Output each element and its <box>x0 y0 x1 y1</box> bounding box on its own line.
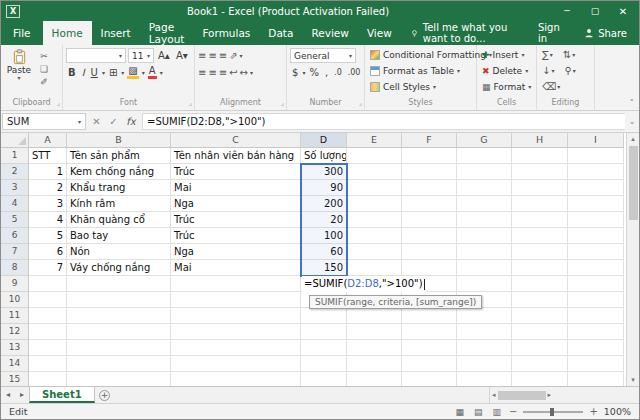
cancel-formula-button[interactable]: ✕ <box>88 116 105 127</box>
sort-filter-button[interactable]: ⇅▾ <box>563 49 575 61</box>
row-header-13[interactable]: 13 <box>1 340 29 356</box>
sheet-tab-sheet1[interactable]: Sheet1 <box>29 387 95 403</box>
cell-H6[interactable] <box>512 228 568 244</box>
cell-B3[interactable]: Khẩu trang <box>67 180 171 196</box>
cell-C11[interactable] <box>171 308 301 324</box>
horizontal-scrollbar[interactable]: ◂ ▸ <box>489 387 639 403</box>
cell-D2[interactable]: 300 <box>301 164 347 180</box>
decrease-decimal-button[interactable]: .00 <box>346 67 363 79</box>
cell-G6[interactable] <box>457 228 512 244</box>
format-painter-button[interactable]: ✐ <box>36 77 52 87</box>
cell-H7[interactable] <box>512 244 568 260</box>
zoom-slider-thumb[interactable] <box>550 408 554 416</box>
cell-D4[interactable]: 200 <box>301 196 347 212</box>
cell-H10[interactable] <box>512 292 568 308</box>
cell-H13[interactable] <box>512 340 568 356</box>
wrap-text-button[interactable]: ↩ <box>229 67 237 79</box>
cell-C3[interactable]: Mai <box>171 180 301 196</box>
accounting-format-button[interactable]: $ <box>290 67 300 79</box>
cell-D7[interactable]: 60 <box>301 244 347 260</box>
cell-I11[interactable] <box>568 308 624 324</box>
copy-button[interactable]: ❏ <box>36 64 52 74</box>
row-header-6[interactable]: 6 <box>1 228 29 244</box>
cell-G9[interactable] <box>457 276 512 292</box>
cell-G12[interactable] <box>457 324 512 340</box>
name-box-dropdown-icon[interactable]: ▾ <box>78 119 81 125</box>
row-header-3[interactable]: 3 <box>1 180 29 196</box>
cell-H14[interactable] <box>512 356 568 372</box>
cell-G14[interactable] <box>457 356 512 372</box>
cell-C10[interactable] <box>171 292 301 308</box>
column-header-C[interactable]: C <box>171 133 301 148</box>
fill-button[interactable]: ↓▾ <box>542 65 554 77</box>
cell-E5[interactable] <box>347 212 402 228</box>
borders-button[interactable]: ⊞ <box>107 67 119 79</box>
tab-insert[interactable]: Insert <box>92 21 140 45</box>
cell-I4[interactable] <box>568 196 624 212</box>
column-header-I[interactable]: I <box>568 133 624 148</box>
row-header-5[interactable]: 5 <box>1 212 29 228</box>
cell-B14[interactable] <box>67 356 171 372</box>
cell-C14[interactable] <box>171 356 301 372</box>
column-header-H[interactable]: H <box>512 133 568 148</box>
cell-E4[interactable] <box>347 196 402 212</box>
cell-H15[interactable] <box>512 372 568 386</box>
normal-view-button[interactable]: ▦ <box>454 407 467 417</box>
cell-E8[interactable] <box>347 260 402 276</box>
column-header-G[interactable]: G <box>457 133 512 148</box>
cell-B5[interactable]: Khăn quàng cổ <box>67 212 171 228</box>
cell-I14[interactable] <box>568 356 624 372</box>
zoom-slider[interactable] <box>523 411 583 413</box>
column-header-E[interactable]: E <box>347 133 402 148</box>
cell-C5[interactable]: Trúc <box>171 212 301 228</box>
conditional-formatting-button[interactable]: Conditional Formatting▾ <box>368 47 473 63</box>
cell-H8[interactable] <box>512 260 568 276</box>
restore-button[interactable]: ▢ <box>584 6 606 16</box>
cell-C8[interactable]: Mai <box>171 260 301 276</box>
cell-G8[interactable] <box>457 260 512 276</box>
cell-B9[interactable] <box>67 276 171 292</box>
cell-E15[interactable] <box>347 372 402 386</box>
cell-C15[interactable] <box>171 372 301 386</box>
font-size-dropdown-icon[interactable]: ▾ <box>147 53 150 59</box>
font-dialog-launcher[interactable]: ⌟ <box>189 97 192 109</box>
align-top-button[interactable]: ≡ <box>198 50 206 62</box>
align-bottom-button[interactable]: ≡ <box>219 50 227 62</box>
active-cell-editor[interactable]: =SUMIF(D2:D8,">100") <box>302 276 427 292</box>
orientation-button[interactable]: ⇗ <box>229 50 237 62</box>
delete-cells-button[interactable]: ✖Delete▾ <box>480 63 533 79</box>
cell-I8[interactable] <box>568 260 624 276</box>
number-format-dropdown-icon[interactable]: ▾ <box>349 53 352 59</box>
row-header-2[interactable]: 2 <box>1 164 29 180</box>
row-header-10[interactable]: 10 <box>1 292 29 308</box>
cell-A3[interactable]: 2 <box>29 180 67 196</box>
shrink-font-button[interactable]: A▾ <box>174 50 190 62</box>
merge-center-dropdown-icon[interactable]: ▾ <box>250 70 253 76</box>
cell-I7[interactable] <box>568 244 624 260</box>
cell-I12[interactable] <box>568 324 624 340</box>
cell-H12[interactable] <box>512 324 568 340</box>
enter-formula-button[interactable]: ✓ <box>105 116 122 127</box>
row-header-15[interactable]: 15 <box>1 372 29 386</box>
cell-D11[interactable] <box>301 308 347 324</box>
underline-dropdown-icon[interactable]: ▾ <box>102 70 105 76</box>
clear-button[interactable]: ⌫▾ <box>542 81 560 93</box>
expand-formula-bar-button[interactable]: ⌄ <box>625 117 639 126</box>
align-left-button[interactable]: ≡ <box>198 67 206 79</box>
cell-F11[interactable] <box>402 308 457 324</box>
cell-D13[interactable] <box>301 340 347 356</box>
minimize-button[interactable]: ─ <box>556 6 578 16</box>
cell-A7[interactable]: 6 <box>29 244 67 260</box>
cell-I15[interactable] <box>568 372 624 386</box>
column-header-F[interactable]: F <box>402 133 457 148</box>
cell-D8[interactable]: 150 <box>301 260 347 276</box>
cell-H4[interactable] <box>512 196 568 212</box>
cell-F5[interactable] <box>402 212 457 228</box>
cell-G2[interactable] <box>457 164 512 180</box>
insert-function-button[interactable]: fx <box>122 116 140 127</box>
alignment-dialog-launcher[interactable]: ⌟ <box>281 97 284 109</box>
align-center-button[interactable]: ≡ <box>208 67 216 79</box>
cell-E1[interactable] <box>347 148 402 164</box>
cell-D15[interactable] <box>301 372 347 386</box>
cell-A8[interactable]: 7 <box>29 260 67 276</box>
